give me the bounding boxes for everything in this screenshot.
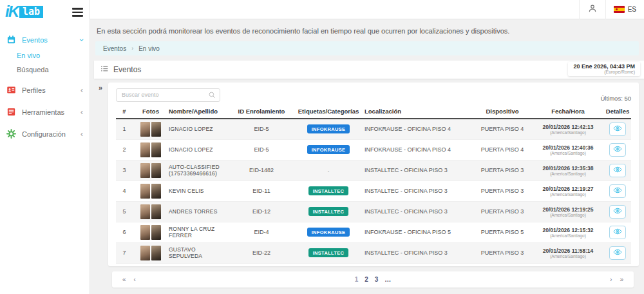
view-details-button[interactable] <box>609 143 626 157</box>
face-photo[interactable] <box>140 163 150 178</box>
sidebar-item-eventos[interactable]: Eventos › <box>0 32 90 48</box>
location: INSTALLTEC - OFICINA PISO 3 <box>365 188 473 194</box>
view-details-button[interactable] <box>609 205 626 219</box>
face-photo[interactable] <box>140 246 150 260</box>
col-header-nombre: Nombre/Apellido <box>169 108 231 115</box>
sidebar-item-en-vivo[interactable]: En vivo <box>0 48 90 63</box>
photo-thumbnails <box>133 122 169 137</box>
face-photo[interactable] <box>140 122 150 137</box>
event-datetime: 20/01/2026 12:35:38 (America/Santiago) <box>532 165 604 176</box>
main-content: En esta sección podrá monitorear los eve… <box>90 19 644 294</box>
device: PUERTA PISO 3 <box>473 208 532 215</box>
last-page-button[interactable]: » <box>616 276 627 283</box>
events-table-card: Últimos: 50 # Fotos Nombre/Apellido ID E… <box>108 83 639 266</box>
logo-lab-text: lab <box>19 6 43 18</box>
page-number-3[interactable]: 3 <box>375 276 379 283</box>
location: INFOKRAUSE - OFICINA PISO 4 <box>365 126 473 132</box>
eye-icon <box>613 124 622 134</box>
eye-icon <box>613 165 622 175</box>
gear-icon <box>6 129 16 139</box>
photo-thumbnails <box>133 184 169 199</box>
face-photo[interactable] <box>151 204 161 219</box>
col-header-index: # <box>116 108 133 115</box>
eye-icon <box>613 144 622 155</box>
location: INFOKRAUSE - OFICINA PISO 5 <box>365 229 473 235</box>
brand-logo[interactable]: iK lab <box>5 5 43 18</box>
col-header-etiquetas: Etiquetas/Categorías <box>292 108 365 115</box>
person-name: IGNACIO LOPEZ <box>169 126 231 132</box>
id-card-icon <box>6 85 16 95</box>
person-name: ANDRES TORRES <box>169 208 231 215</box>
page-numbers: 1 2 3 … <box>355 276 392 283</box>
face-photo[interactable] <box>151 122 161 137</box>
calendar-icon <box>6 35 16 44</box>
face-photo[interactable] <box>140 204 150 219</box>
face-photo[interactable] <box>151 142 161 157</box>
next-page-button[interactable]: › <box>606 276 616 283</box>
eye-icon <box>613 186 622 196</box>
row-index: 1 <box>116 126 133 132</box>
page-number-2[interactable]: 2 <box>365 276 368 283</box>
chevron-left-icon: ‹ <box>80 130 83 139</box>
eye-icon <box>613 206 622 217</box>
sidebar-item-configuracion[interactable]: Configuración ‹ <box>0 126 90 142</box>
row-index: 4 <box>116 188 133 194</box>
latest-count-label: Últimos: 50 <box>600 95 631 102</box>
person-name: RONNY LA CRUZ FERRER <box>169 226 231 239</box>
event-datetime: 20/01/2026 12:19:25 (America/Santiago) <box>532 206 604 217</box>
view-details-button[interactable] <box>609 246 626 260</box>
view-details-button[interactable] <box>609 164 626 177</box>
table-row: 2 IGNACIO LOPEZ EID-5 INFOKRAUSE INFOKRA… <box>116 140 631 161</box>
table-row: 1 IGNACIO LOPEZ EID-5 INFOKRAUSE INFOKRA… <box>116 119 631 140</box>
category-badge: INFOKRAUSE <box>307 228 350 237</box>
sidebar-item-busqueda[interactable]: Búsqueda <box>0 63 90 77</box>
col-header-id-enrolamiento: ID Enrolamiento <box>231 108 292 115</box>
prev-page-button[interactable]: ‹ <box>130 276 140 283</box>
collapse-panel-button[interactable]: » <box>95 84 106 95</box>
event-datetime: 20/01/2026 12:40:36 (America/Santiago) <box>532 144 604 155</box>
section-description: En esta sección podrá monitorear los eve… <box>90 19 644 41</box>
location: INFOKRAUSE - OFICINA PISO 4 <box>365 146 473 153</box>
sidebar-item-perfiles[interactable]: Perfiles ‹ <box>0 82 90 99</box>
sidebar-item-label: Perfiles <box>22 86 46 94</box>
view-details-button[interactable] <box>609 122 626 136</box>
face-photo[interactable] <box>151 246 161 260</box>
photo-thumbnails <box>133 142 169 157</box>
face-photo[interactable] <box>151 163 161 178</box>
device: PUERTA PISO 3 <box>473 167 532 173</box>
breadcrumb-separator-icon: › <box>131 45 133 52</box>
timezone-value: (Europe/Rome) <box>573 70 635 74</box>
user-menu-button[interactable] <box>580 0 605 19</box>
search-input[interactable] <box>116 88 220 102</box>
sidebar-item-herramientas[interactable]: Herramientas ‹ <box>0 104 90 121</box>
view-details-button[interactable] <box>609 184 626 198</box>
person-name: GUSTAVO SEPULVEDA <box>169 246 231 259</box>
device: PUERTA PISO 4 <box>473 126 532 132</box>
language-selector[interactable]: ES <box>606 0 644 19</box>
person-name: AUTO-CLASSIFIED (17573369466616) <box>169 164 231 177</box>
hamburger-icon[interactable] <box>72 5 83 19</box>
breadcrumb-page: En vivo <box>138 45 160 52</box>
face-photo[interactable] <box>151 225 161 240</box>
view-details-button[interactable] <box>609 226 626 239</box>
enrollment-id: EID-5 <box>231 126 292 132</box>
row-index: 3 <box>116 167 133 173</box>
row-index: 2 <box>116 146 133 153</box>
list-icon <box>100 64 109 75</box>
face-photo[interactable] <box>140 184 150 199</box>
face-photo[interactable] <box>151 184 161 199</box>
category-badge: INSTALLTEC <box>308 207 349 216</box>
device: PUERTA PISO 3 <box>473 188 532 194</box>
face-photo[interactable] <box>140 225 150 240</box>
breadcrumb-section[interactable]: Eventos <box>103 45 126 52</box>
enrollment-id: EID-4 <box>231 229 292 235</box>
location: INSTALLTEC - OFICINA PISO 3 <box>365 167 473 173</box>
col-header-localizacion: Localización <box>365 108 473 115</box>
face-photo[interactable] <box>140 142 150 157</box>
page-number-1[interactable]: 1 <box>355 276 359 283</box>
panel-title: Eventos <box>113 65 141 74</box>
event-datetime: 20/01/2026 12:42:13 (America/Santiago) <box>532 124 604 135</box>
row-index: 6 <box>116 229 133 235</box>
sidebar-nav: Eventos › En vivo Búsqueda Perfiles ‹ He… <box>0 32 90 142</box>
first-page-button[interactable]: « <box>118 276 130 283</box>
